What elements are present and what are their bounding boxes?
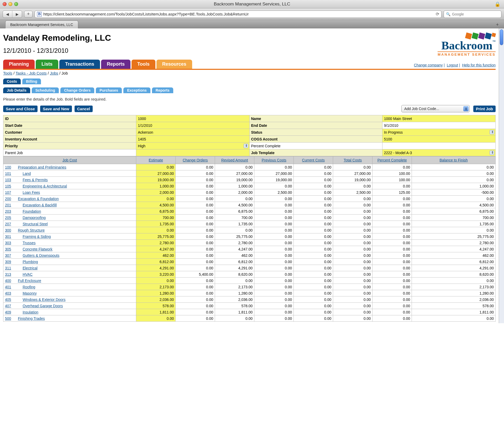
forward-button[interactable]: ▶ [12, 11, 22, 18]
scrollbar[interactable] [499, 28, 504, 323]
cell-estimate[interactable]: 0.00 [136, 278, 176, 284]
search-bar[interactable]: 🔍 [444, 11, 501, 18]
change-company-link[interactable]: Change company [414, 63, 443, 67]
nav-transactions-tab[interactable]: Transactions [59, 60, 100, 69]
tab-costs[interactable]: Costs [3, 79, 21, 84]
new-tab-button[interactable]: + [496, 22, 499, 28]
col-change-orders[interactable]: Change Orders [176, 156, 215, 164]
start-date-field[interactable]: 1/1/2010 [136, 122, 249, 129]
cell-estimate[interactable]: 700.00 [136, 215, 176, 221]
col-current-costs[interactable]: Current Costs [294, 156, 333, 164]
back-button[interactable]: ◀ [3, 11, 12, 18]
help-link[interactable]: Help for this function [462, 63, 496, 67]
cell-estimate[interactable]: 1,735.00 [136, 221, 176, 227]
cell-job-cost[interactable]: 405 Windows & Exterior Doors [3, 296, 136, 303]
tab-billing[interactable]: Billing [22, 79, 41, 84]
cell-estimate[interactable]: 0.00 [136, 315, 176, 322]
cell-estimate[interactable]: 0.00 [136, 227, 176, 233]
cell-estimate[interactable]: 1,811.00 [136, 309, 176, 315]
breadcrumb-tasks[interactable]: Tasks - Job Costs [15, 71, 46, 75]
cell-job-cost[interactable]: 207 Structural Steel [3, 221, 136, 227]
cell-estimate[interactable]: 0.00 [136, 164, 176, 170]
scrollbar-thumb[interactable] [500, 29, 503, 45]
name-field[interactable]: 1000 Main Street [382, 115, 495, 122]
cell-job-cost[interactable]: 403 Masonry [3, 290, 136, 296]
tab-change-orders[interactable]: Change Orders [60, 87, 94, 93]
tab-exceptions[interactable]: Exceptions [123, 87, 150, 93]
cell-job-cost[interactable]: 103 Fees & Permits [3, 177, 136, 183]
job-template-select[interactable]: 2222 - Model A-3▲▼ [382, 149, 495, 156]
nav-reports-tab[interactable]: Reports [101, 60, 130, 69]
print-job-button[interactable]: Print Job [473, 106, 496, 112]
cell-job-cost[interactable]: 305 Concrete Flatwork [3, 246, 136, 252]
id-field[interactable]: 1000 [136, 115, 249, 122]
cell-estimate[interactable]: 4,247.00 [136, 246, 176, 252]
breadcrumb-tools[interactable]: Tools [3, 71, 12, 75]
cell-job-cost[interactable]: 407 Overhead Garage Doors [3, 303, 136, 309]
cell-job-cost[interactable]: 500 Finishing Trades [3, 315, 136, 322]
cell-estimate[interactable]: 1,280.00 [136, 290, 176, 296]
cell-job-cost[interactable]: 100 Preparation and Preliminaries [3, 164, 136, 170]
cell-job-cost[interactable]: 107 Loan Fees [3, 189, 136, 196]
cell-estimate[interactable]: 2,173.00 [136, 284, 176, 290]
customer-field[interactable]: Ackerson [136, 129, 249, 136]
col-estimate[interactable]: Estimate [136, 156, 176, 164]
cell-job-cost[interactable]: 409 Insulation [3, 309, 136, 315]
cell-estimate[interactable]: 2,780.00 [136, 240, 176, 246]
cell-estimate[interactable]: 462.00 [136, 252, 176, 259]
cell-job-cost[interactable]: 205 Dampproofing [3, 215, 136, 221]
browser-tab[interactable]: Backroom Management Services, LLC [5, 20, 78, 28]
cell-job-cost[interactable]: 303 Trusses [3, 240, 136, 246]
cancel-button[interactable]: Cancel [75, 106, 93, 112]
tab-scheduling[interactable]: Scheduling [32, 87, 59, 93]
cell-estimate[interactable]: 1,000.00 [136, 183, 176, 189]
cell-job-cost[interactable]: 200 Excavation & Foundation [3, 196, 136, 202]
col-job-cost[interactable]: Job Cost [3, 156, 136, 164]
nav-resources-tab[interactable]: Resources [156, 60, 192, 69]
cell-job-cost[interactable]: 301 Framing & Siding [3, 233, 136, 240]
cell-estimate[interactable]: 25,775.00 [136, 233, 176, 240]
cell-estimate[interactable]: 3,220.00 [136, 271, 176, 278]
tab-reports[interactable]: Reports [152, 87, 173, 93]
cogs-account-field[interactable]: 5100 [382, 136, 495, 143]
end-date-field[interactable]: 9/1/2010 [382, 122, 495, 129]
nav-tools-tab[interactable]: Tools [132, 60, 155, 69]
status-select[interactable]: In Progress▲▼ [382, 129, 495, 136]
col-balance-to-finish[interactable]: Balance to Finish [412, 156, 496, 164]
cell-estimate[interactable]: 4,291.00 [136, 265, 176, 271]
cell-job-cost[interactable]: 313 HVAC [3, 271, 136, 278]
cell-estimate[interactable]: 2,000.00 [136, 189, 176, 196]
cell-estimate[interactable]: 2,036.00 [136, 296, 176, 303]
cell-job-cost[interactable]: 309 Plumbing [3, 259, 136, 265]
add-job-cost-code-dropdown[interactable]: Add Job Cost Code... ▲▼ [401, 105, 470, 112]
breadcrumb-jobs[interactable]: Jobs [50, 71, 58, 75]
parent-job-field[interactable] [136, 149, 249, 156]
col-total-costs[interactable]: Total Costs [333, 156, 372, 164]
cell-job-cost[interactable]: 400 Full Enclosure [3, 278, 136, 284]
logout-link[interactable]: Logout [447, 63, 458, 67]
search-input[interactable] [452, 12, 499, 16]
nav-lists-tab[interactable]: Lists [36, 60, 58, 69]
add-bookmark-button[interactable]: + [24, 11, 33, 18]
nav-planning-tab[interactable]: Planning [3, 60, 35, 69]
cell-job-cost[interactable]: 201 Excavation & Backfill [3, 202, 136, 208]
cell-job-cost[interactable]: 300 Rough Structure [3, 227, 136, 233]
cell-estimate[interactable]: 27,000.00 [136, 170, 176, 177]
cell-job-cost[interactable]: 311 Electrical [3, 265, 136, 271]
tab-purchases[interactable]: Purchases [96, 87, 122, 93]
cell-job-cost[interactable]: 307 Gutters & Downspouts [3, 252, 136, 259]
col-percent-complete[interactable]: Percent Complete [372, 156, 412, 164]
cell-job-cost[interactable]: 203 Foundation [3, 208, 136, 215]
inventory-account-field[interactable]: 1405 [136, 136, 249, 143]
cell-estimate[interactable]: 6,875.00 [136, 208, 176, 215]
percent-complete-field[interactable] [382, 143, 495, 149]
col-previous-costs[interactable]: Previous Costs [254, 156, 294, 164]
reload-icon[interactable]: ⟳ [436, 12, 439, 17]
priority-select[interactable]: High▲▼ [136, 143, 249, 149]
cell-job-cost[interactable]: 101 Land [3, 170, 136, 177]
col-revised-amount[interactable]: Revised Amount [215, 156, 254, 164]
tab-job-details[interactable]: Job Details [3, 87, 30, 93]
cell-job-cost[interactable]: 401 Roofing [3, 284, 136, 290]
save-close-button[interactable]: Save and Close [3, 106, 38, 112]
cell-estimate[interactable]: 6,812.00 [136, 259, 176, 265]
